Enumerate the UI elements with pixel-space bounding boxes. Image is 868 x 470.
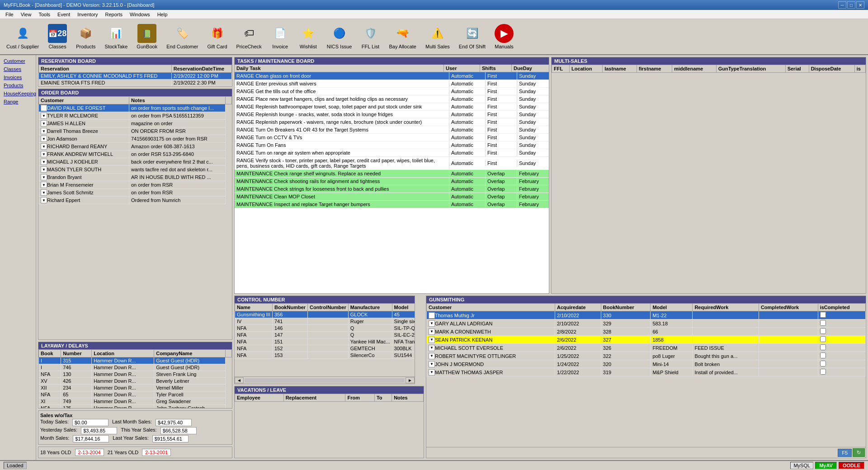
gs-dropdown-btn[interactable]: ▼ [429,329,435,335]
layaway-row[interactable]: XV426Hammer Down R...Beverly Leitner [39,378,232,385]
task-row[interactable]: RANGE Verify stock - toner, printer pape… [235,157,549,170]
task-row[interactable]: RANGE Replenish lounge - snacks, water, … [235,111,549,118]
task-row[interactable]: RANGE Replenish paperwork - waivers, ran… [235,118,549,126]
control-row[interactable]: NFA147QSIL-EC-22 [235,332,415,338]
manuals-button[interactable]: ▶ Manuals [492,22,516,51]
task-row[interactable]: MAINTENANCE Clean MOP Closet Automatic O… [235,193,549,201]
stocktake-button[interactable]: 📊 StockTake [102,22,131,51]
menu-help[interactable]: Help [154,11,171,18]
vacation-table-wrap[interactable]: Employee Replacement From To Notes [235,394,424,458]
order-row[interactable]: ▼ Richard EppertOrdered from Numrich [39,197,232,204]
gs-checkbox[interactable] [820,344,826,350]
sidebar-item-customer[interactable]: Customer [0,57,36,65]
gunsmithing-row[interactable]: ▼ JOHN J MOERMOND1/24/2022320Mini-14Bolt… [427,360,866,368]
cust-supplier-button[interactable]: 👤 Cust / Supplier [4,22,42,51]
gs-checkbox[interactable] [820,320,826,326]
gift-card-button[interactable]: 🎁 Gift Card [205,22,230,51]
order-dropdown-btn[interactable]: ▼ [41,166,47,173]
order-row[interactable]: ▼ RICHARD Bernard REANYAmazon order 608-… [39,143,232,150]
order-row[interactable]: ▼ DAVID PAUL DE FORESTon order from spor… [39,104,232,112]
close-button[interactable]: ✕ [856,1,864,9]
sidebar-item-classes[interactable]: Classes [0,65,36,73]
end-of-shift-button[interactable]: 🔄 End Of Shift [456,22,488,51]
task-row[interactable]: MAINTENANCE Inspect and replace Target h… [235,201,549,208]
control-row[interactable]: NFA153SilencerCoSU1544 [235,352,415,359]
gunsmithing-row[interactable]: ▼ Thomas Muthig Jr2/10/2022330M1-22 [427,311,866,320]
task-row[interactable]: RANGE Enter previous shift waivers Autom… [235,80,549,88]
gs-checkbox[interactable] [820,361,826,367]
task-row[interactable]: RANGE Place new target hangers, clips an… [235,95,549,103]
control-scroll-right[interactable]: ► [406,377,415,383]
refresh-icon-button[interactable]: ↻ [853,448,865,457]
gunsmithing-table-wrap[interactable]: Customer Acquiredate BookNumber Model Re… [426,303,866,447]
task-row[interactable]: RANGE Turn On Fans Automatic First Sunda… [235,141,549,149]
invoice-button[interactable]: 📄 Invoice [268,22,292,51]
order-dropdown-btn[interactable]: ▼ [41,197,47,203]
order-row[interactable]: ▼ FRANK ANDREW MITCHELLon order RSR 513-… [39,150,232,158]
order-dropdown-btn[interactable]: ▼ [41,143,47,150]
menu-event[interactable]: Event [54,11,74,18]
layaway-row[interactable]: NFA130Hammer Down R...Steven Frank Ling [39,371,232,378]
order-board-content[interactable]: Customer Notes ▼ DAVID PAUL DE FORESTon … [38,96,232,339]
gs-dropdown-btn[interactable]: ▼ [429,369,435,376]
multisales-table-wrap[interactable]: FFL Location lastname firstname middlena… [552,65,866,293]
menu-windows[interactable]: Windows [126,11,154,18]
order-row[interactable]: ▼ Brandon BryantAR IN HOUSE BUILD WITH R… [39,174,232,181]
order-dropdown-btn[interactable]: ▼ [41,159,47,165]
gs-dropdown-btn[interactable]: ▼ [429,353,435,359]
order-row[interactable]: ▼ James Scott Schmitzon order from RSR [39,189,232,197]
tasks-scroll-area[interactable]: RANGE Clean glass on front door Automati… [235,72,549,293]
price-check-button[interactable]: 🏷 PriceCheck [234,22,264,51]
ffl-list-button[interactable]: 🛡️ FFL List [358,22,382,51]
control-row[interactable]: NFA146QSIL-TP-QUICKIE-... [235,325,415,332]
control-row[interactable]: Gunsmithing III356GLOCK45 [235,311,415,318]
task-row[interactable]: MAINTENANCE Check shooting rails for ali… [235,178,549,185]
order-row[interactable]: ▼ MASON TYLER SOUTHwants tacfire red dot… [39,166,232,174]
end-customer-button[interactable]: 🏷️ End Customer [164,22,201,51]
order-row[interactable]: ▼ Darrell Thomas BreezeON ORDER FROM RSR [39,127,232,135]
order-row[interactable]: ▼ JAMES H ALLENmagazine on order [39,120,232,127]
minimize-button[interactable]: ─ [838,1,846,9]
gs-checkbox[interactable] [820,336,826,342]
products-button[interactable]: 📦 Products [73,22,98,51]
control-row[interactable]: IV741RugerSingle six [235,318,415,325]
gs-checkbox[interactable] [820,352,826,358]
task-row[interactable]: RANGE Turn on range air system when appr… [235,149,549,157]
order-dropdown-btn[interactable]: ▼ [41,151,47,157]
order-row[interactable]: ▼ TYLER R MCLEMOREon order from PSA 5165… [39,112,232,120]
gunsmithing-row[interactable]: ▼ MICHAEL SCOTT EVERSOLE2/6/2022326FREED… [427,344,866,352]
layaway-row[interactable]: I746Hammer Down R...Guest Guest (HDR) [39,364,232,371]
layaway-row[interactable]: XI749Hammer Down R...Greg Swadener [39,398,232,405]
order-dropdown-btn[interactable]: ▼ [41,189,47,196]
task-row[interactable]: MAINTENANCE Check strings for looseness … [235,185,549,193]
sidebar-item-range[interactable]: Range [0,98,36,106]
sidebar-item-housekeeping[interactable]: HouseKeeping [0,89,36,98]
nics-issue-button[interactable]: 🔵 NICS Issue [324,22,355,51]
layaway-row[interactable]: NFA125Hammer Down R...John Zachary Grats… [39,405,232,409]
menu-reports[interactable]: Reports [101,11,126,18]
task-row[interactable]: MAINTENANCE Check range shelf wingnuts. … [235,170,549,178]
gs-dropdown-btn[interactable]: ▼ [429,361,435,367]
gunsmithing-row[interactable]: ▼ GARY ALLAN LADRIGAN2/10/2022329583.18 [427,320,866,328]
task-row[interactable]: RANGE Turn on CCTV & TVs Automatic First… [235,134,549,141]
gunsmithing-row[interactable]: ▼ MATTHEW THOMAS JASPER1/22/2022319M&P S… [427,368,866,376]
order-dropdown-btn[interactable]: ▼ [41,136,47,142]
gunsmithing-row[interactable]: ▼ ROBERT MACINTYRE OTTLINGER1/25/2022322… [427,352,866,360]
wishlist-button[interactable]: ⭐ Wishlist [296,22,321,51]
task-row[interactable]: RANGE Turn On Breakers 41 OR 43 for the … [235,126,549,134]
gs-dropdown-btn[interactable]: ▼ [429,337,435,343]
multi-sales-button[interactable]: ⚠️ Multi Sales [423,22,453,51]
reservation-row[interactable]: EMAINE STROIA FTS FRED2/19/2022 2:30 PM [39,80,232,86]
order-row[interactable]: ▼ MICHAEL J KOEHLERback order everywhere… [39,158,232,166]
gs-dropdown-btn[interactable]: ▼ [429,345,435,351]
task-row[interactable]: RANGE Replenish bathroompaper towel, soa… [235,103,549,111]
order-row[interactable]: ▼ Brian M Frensemeieron order from RSR [39,181,232,189]
order-dropdown-btn[interactable]: ▼ [41,128,47,134]
layaway-row[interactable]: XII234Hammer Down R...Vernel Miller [39,385,232,391]
menu-inventory[interactable]: Inventory [74,11,101,18]
gs-checkbox[interactable] [820,312,826,318]
bay-allocate-button[interactable]: 🔫 Bay Allocate [386,22,419,51]
gs-dropdown-btn[interactable]: ▼ [429,320,435,327]
layaway-row[interactable]: NFA65Hammer Down R...Tyler Parcell [39,391,232,398]
maximize-button[interactable]: □ [847,1,855,9]
